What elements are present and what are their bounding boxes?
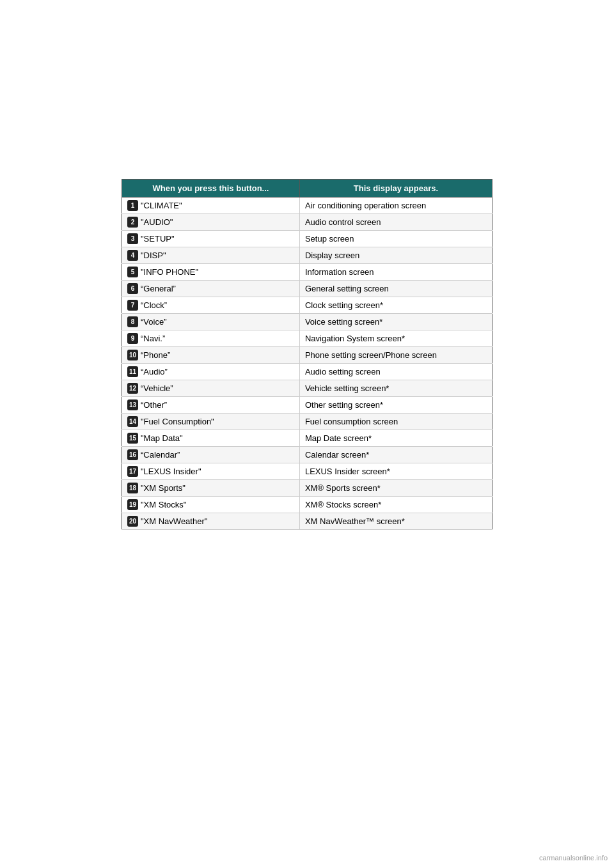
table-row: 20 "XM NavWeather"XM NavWeather™ screen* [122,513,492,530]
row-number: 19 [127,499,138,510]
table-row: 5 "INFO PHONE"Information screen [122,264,492,281]
button-label: “Audio” [141,367,168,376]
row-number: 5 [127,267,138,277]
button-cell: 10 “Phone” [122,347,300,364]
button-label: “Vehicle” [141,384,173,393]
button-label: "XM Sports" [141,483,185,493]
button-cell: 16 “Calendar” [122,447,300,463]
row-number: 9 [127,333,138,344]
button-cell: 8 “Voice” [122,314,300,330]
row-number: 6 [127,283,138,294]
row-number: 1 [127,200,138,211]
display-cell: Audio control screen [299,214,492,231]
table-row: 4 "DISP"Display screen [122,247,492,264]
button-cell: 9 “Navi.” [122,330,300,347]
button-cell: 19 "XM Stocks" [122,497,300,513]
button-label: “Calendar” [141,450,180,460]
button-label: "XM Stocks" [141,500,186,509]
button-label: "AUDIO" [141,217,173,227]
button-cell: 3 "SETUP" [122,231,300,247]
button-cell: 17 "LEXUS Insider" [122,463,300,480]
button-cell: 15 "Map Data" [122,430,300,447]
display-cell: Display screen [299,247,492,264]
row-number: 7 [127,300,138,311]
table-row: 13 “Other”Other setting screen* [122,397,492,414]
button-label: "INFO PHONE" [141,267,198,277]
display-cell: XM® Sports screen* [299,480,492,497]
col2-header: This display appears. [299,180,492,198]
display-cell: Calendar screen* [299,447,492,463]
table-row: 8 “Voice”Voice setting screen* [122,314,492,330]
table-row: 3 "SETUP"Setup screen [122,231,492,247]
display-cell: Information screen [299,264,492,281]
button-cell: 18 "XM Sports" [122,480,300,497]
button-cell: 2 "AUDIO" [122,214,300,231]
table-row: 2 "AUDIO"Audio control screen [122,214,492,231]
col1-header: When you press this button... [122,180,300,198]
row-number: 15 [127,433,138,444]
display-cell: XM NavWeather™ screen* [299,513,492,530]
table-row: 19 "XM Stocks"XM® Stocks screen* [122,497,492,513]
table-row: 12 “Vehicle”Vehicle setting screen* [122,380,492,397]
table-body: 1 "CLIMATE"Air conditioning operation sc… [122,198,492,530]
row-number: 4 [127,250,138,261]
button-cell: 11 “Audio” [122,364,300,380]
display-cell: Navigation System screen* [299,330,492,347]
button-label: “Clock” [141,300,167,310]
button-label: "SETUP" [141,234,175,244]
table-row: 10 “Phone”Phone setting screen/Phone scr… [122,347,492,364]
table-row: 9 “Navi.”Navigation System screen* [122,330,492,347]
display-cell: Voice setting screen* [299,314,492,330]
display-cell: XM® Stocks screen* [299,497,492,513]
button-cell: 7 “Clock” [122,297,300,314]
row-number: 2 [127,217,138,228]
table-row: 6 “General”General setting screen [122,281,492,297]
button-label: “General” [141,284,176,293]
button-cell: 14 "Fuel Consumption" [122,414,300,430]
button-cell: 13 “Other” [122,397,300,414]
row-number: 13 [127,399,138,410]
table-row: 17 "LEXUS Insider"LEXUS Insider screen* [122,463,492,480]
row-number: 14 [127,416,138,427]
button-label: “Navi.” [141,334,165,343]
table-row: 7 “Clock”Clock setting screen* [122,297,492,314]
display-cell: Audio setting screen [299,364,492,380]
display-cell: Setup screen [299,231,492,247]
table-row: 18 "XM Sports"XM® Sports screen* [122,480,492,497]
row-number: 20 [127,516,138,527]
button-cell: 4 "DISP" [122,247,300,264]
display-cell: Vehicle setting screen* [299,380,492,397]
row-number: 11 [127,366,138,377]
row-number: 16 [127,449,138,460]
button-cell: 20 "XM NavWeather" [122,513,300,530]
display-cell: Map Date screen* [299,430,492,447]
button-label: "XM NavWeather" [141,516,207,526]
table-header-row: When you press this button... This displ… [122,180,492,198]
table-row: 11 “Audio”Audio setting screen [122,364,492,380]
table-row: 14 "Fuel Consumption"Fuel consumption sc… [122,414,492,430]
table-row: 16 “Calendar”Calendar screen* [122,447,492,463]
row-number: 18 [127,483,138,493]
button-label: "Fuel Consumption" [141,417,214,426]
row-number: 3 [127,233,138,244]
button-label: "LEXUS Insider" [141,467,201,476]
button-label: “Phone” [141,350,170,360]
display-cell: General setting screen [299,281,492,297]
display-cell: LEXUS Insider screen* [299,463,492,480]
button-cell: 12 “Vehicle” [122,380,300,397]
row-number: 12 [127,383,138,394]
display-cell: Fuel consumption screen [299,414,492,430]
watermark: carmanualsonline.info [539,854,608,862]
main-table-container: When you press this button... This displ… [122,179,492,530]
row-number: 10 [127,350,138,360]
table-row: 15 "Map Data"Map Date screen* [122,430,492,447]
button-label: "DISP" [141,251,166,260]
button-label: "Map Data" [141,433,183,443]
button-cell: 6 “General” [122,281,300,297]
button-label: "CLIMATE" [141,201,182,210]
display-cell: Air conditioning operation screen [299,198,492,214]
button-cell: 1 "CLIMATE" [122,198,300,214]
button-display-table: When you press this button... This displ… [122,179,492,530]
row-number: 8 [127,316,138,327]
button-label: “Voice” [141,317,166,327]
